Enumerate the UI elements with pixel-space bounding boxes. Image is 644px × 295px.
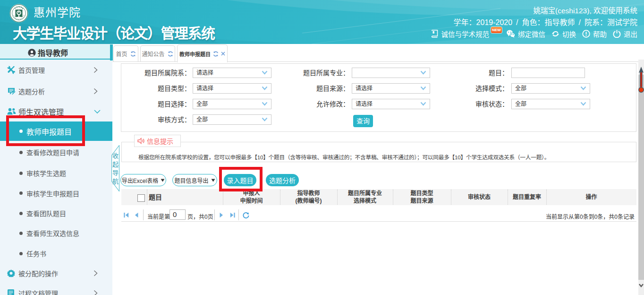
- svg-text:起: 起: [112, 161, 118, 168]
- svg-text:航: 航: [112, 178, 118, 185]
- svg-text:收: 收: [112, 152, 118, 159]
- svg-text:导: 导: [112, 169, 118, 176]
